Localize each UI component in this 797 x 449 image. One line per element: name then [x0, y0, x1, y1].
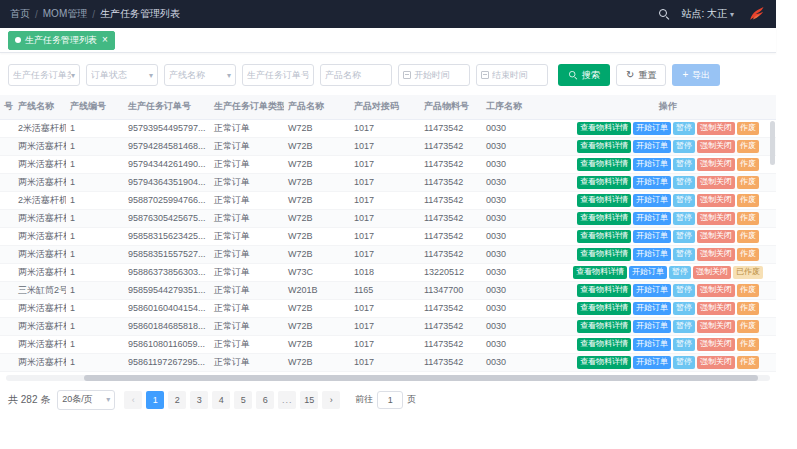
- page-button[interactable]: 3: [190, 391, 208, 409]
- view-material-button[interactable]: 查看物料详情: [577, 140, 631, 153]
- start-order-button[interactable]: 开始订单: [633, 302, 671, 315]
- order-status-select[interactable]: 订单状态 ▾: [86, 64, 158, 86]
- pause-button[interactable]: 暂停: [673, 122, 695, 135]
- start-order-button[interactable]: 开始订单: [633, 158, 671, 171]
- force-close-button[interactable]: 强制关闭: [697, 320, 735, 333]
- void-button[interactable]: 作废: [737, 230, 759, 243]
- void-button[interactable]: 作废: [737, 122, 759, 135]
- line-name-select[interactable]: 产线名称 ▾: [164, 64, 236, 86]
- force-close-button[interactable]: 强制关闭: [693, 266, 731, 279]
- next-page-button[interactable]: ›: [322, 391, 340, 409]
- horizontal-scrollbar[interactable]: [6, 375, 770, 381]
- prev-page-button[interactable]: ‹: [124, 391, 142, 409]
- pause-button[interactable]: 暂停: [673, 230, 695, 243]
- force-close-button[interactable]: 强制关闭: [697, 284, 735, 297]
- void-button[interactable]: 作废: [737, 158, 759, 171]
- view-material-button[interactable]: 查看物料详情: [577, 158, 631, 171]
- pause-button[interactable]: 暂停: [673, 194, 695, 207]
- page-button[interactable]: 6: [256, 391, 274, 409]
- force-close-button[interactable]: 强制关闭: [697, 356, 735, 369]
- search-icon[interactable]: [659, 9, 669, 19]
- start-order-button[interactable]: 开始订单: [633, 212, 671, 225]
- order-type-select[interactable]: 生产任务订单类型 ▾: [8, 64, 80, 86]
- start-order-button[interactable]: 开始订单: [633, 176, 671, 189]
- tab-production-task-list[interactable]: 生产任务管理列表 ×: [8, 31, 115, 50]
- start-order-button[interactable]: 开始订单: [633, 320, 671, 333]
- pause-button[interactable]: 暂停: [669, 266, 691, 279]
- goto-page-input[interactable]: [377, 391, 403, 409]
- reset-button[interactable]: ↻ 重置: [616, 64, 666, 86]
- pause-button[interactable]: 暂停: [673, 320, 695, 333]
- view-material-button[interactable]: 查看物料详情: [577, 248, 631, 261]
- void-button[interactable]: 作废: [737, 248, 759, 261]
- force-close-button[interactable]: 强制关闭: [697, 248, 735, 261]
- vertical-scrollbar-thumb[interactable]: [770, 121, 775, 165]
- force-close-button[interactable]: 强制关闭: [697, 194, 735, 207]
- search-button[interactable]: 搜索: [558, 64, 610, 86]
- force-close-button[interactable]: 强制关闭: [697, 122, 735, 135]
- pause-button[interactable]: 暂停: [673, 284, 695, 297]
- start-order-button[interactable]: 开始订单: [633, 356, 671, 369]
- force-close-button[interactable]: 强制关闭: [697, 158, 735, 171]
- start-order-button[interactable]: 开始订单: [633, 284, 671, 297]
- pause-button[interactable]: 暂停: [673, 212, 695, 225]
- view-material-button[interactable]: 查看物料详情: [577, 302, 631, 315]
- force-close-button[interactable]: 强制关闭: [697, 230, 735, 243]
- void-button[interactable]: 作废: [737, 302, 759, 315]
- vertical-scrollbar[interactable]: [770, 121, 775, 241]
- pause-button[interactable]: 暂停: [673, 140, 695, 153]
- pause-button[interactable]: 暂停: [673, 176, 695, 189]
- page-button[interactable]: 2: [168, 391, 186, 409]
- export-button[interactable]: + 导出: [672, 64, 720, 86]
- void-button[interactable]: 作废: [737, 176, 759, 189]
- pause-button[interactable]: 暂停: [673, 248, 695, 261]
- void-button[interactable]: 作废: [737, 212, 759, 225]
- view-material-button[interactable]: 查看物料详情: [577, 320, 631, 333]
- start-order-button[interactable]: 开始订单: [633, 248, 671, 261]
- page-button[interactable]: 4: [212, 391, 230, 409]
- start-order-button[interactable]: 开始订单: [629, 266, 667, 279]
- more-pages[interactable]: ...: [278, 391, 296, 409]
- view-material-button[interactable]: 查看物料详情: [577, 194, 631, 207]
- force-close-button[interactable]: 强制关闭: [697, 176, 735, 189]
- breadcrumb-home[interactable]: 首页: [10, 7, 30, 21]
- force-close-button[interactable]: 强制关闭: [697, 140, 735, 153]
- start-order-button[interactable]: 开始订单: [633, 194, 671, 207]
- void-button[interactable]: 作废: [737, 320, 759, 333]
- start-time-picker[interactable]: 开始时间: [398, 64, 470, 86]
- pause-button[interactable]: 暂停: [673, 338, 695, 351]
- view-material-button[interactable]: 查看物料详情: [577, 338, 631, 351]
- void-button[interactable]: 作废: [737, 338, 759, 351]
- view-material-button[interactable]: 查看物料详情: [577, 212, 631, 225]
- view-material-button[interactable]: 查看物料详情: [577, 356, 631, 369]
- page-size-select[interactable]: 20条/页 ▾: [57, 390, 115, 410]
- force-close-button[interactable]: 强制关闭: [697, 338, 735, 351]
- void-button[interactable]: 作废: [737, 194, 759, 207]
- pause-button[interactable]: 暂停: [673, 158, 695, 171]
- order-no-input[interactable]: 生产任务订单号: [242, 64, 314, 86]
- start-order-button[interactable]: 开始订单: [633, 122, 671, 135]
- view-material-button[interactable]: 查看物料详情: [577, 284, 631, 297]
- view-material-button[interactable]: 查看物料详情: [573, 266, 627, 279]
- pause-button[interactable]: 暂停: [673, 356, 695, 369]
- page-button[interactable]: 15: [300, 391, 318, 409]
- pause-button[interactable]: 暂停: [673, 302, 695, 315]
- site-selector[interactable]: 站点: 大正 ▾: [681, 7, 734, 21]
- view-material-button[interactable]: 查看物料详情: [577, 230, 631, 243]
- void-button[interactable]: 作废: [737, 356, 759, 369]
- void-button[interactable]: 作废: [737, 140, 759, 153]
- start-order-button[interactable]: 开始订单: [633, 338, 671, 351]
- void-button[interactable]: 作废: [737, 284, 759, 297]
- end-time-picker[interactable]: 结束时间: [476, 64, 548, 86]
- page-button[interactable]: 5: [234, 391, 252, 409]
- start-order-button[interactable]: 开始订单: [633, 140, 671, 153]
- view-material-button[interactable]: 查看物料详情: [577, 176, 631, 189]
- page-button[interactable]: 1: [146, 391, 164, 409]
- force-close-button[interactable]: 强制关闭: [697, 212, 735, 225]
- void-button[interactable]: 已作废: [733, 266, 763, 279]
- start-order-button[interactable]: 开始订单: [633, 230, 671, 243]
- horizontal-scrollbar-thumb[interactable]: [84, 375, 758, 381]
- product-name-input[interactable]: 产品名称: [320, 64, 392, 86]
- force-close-button[interactable]: 强制关闭: [697, 302, 735, 315]
- view-material-button[interactable]: 查看物料详情: [577, 122, 631, 135]
